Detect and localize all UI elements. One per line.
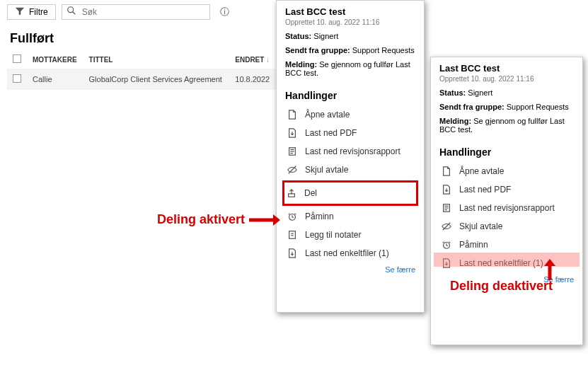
note-icon	[287, 230, 298, 240]
arrow-up-icon	[543, 259, 557, 280]
actions-header: Handlinger	[439, 146, 574, 158]
filter-button[interactable]: Filtre	[7, 4, 56, 20]
action-download-pdf[interactable]: Last ned PDF	[285, 124, 415, 142]
cell-title: GlobalCorp Client Services Agreement	[83, 69, 230, 90]
select-all-checkbox[interactable]	[13, 54, 21, 63]
see-fewer-link[interactable]: Se færre	[285, 265, 415, 274]
action-hide-agreement[interactable]: Skjul avtale	[439, 217, 574, 236]
document-icon	[441, 166, 452, 176]
report-icon	[287, 146, 298, 156]
row-checkbox[interactable]	[13, 74, 21, 83]
svg-line-1	[72, 12, 75, 15]
svg-point-0	[67, 7, 73, 13]
agreement-title: Last BCC test	[439, 63, 574, 74]
eye-off-icon	[287, 165, 298, 175]
action-remind[interactable]: Påminn	[439, 236, 574, 254]
action-download-audit[interactable]: Last ned revisjonsrapport	[439, 199, 574, 217]
cell-modified: 10.8.2022	[229, 69, 276, 90]
table-row[interactable]: Callie GlobalCorp Client Services Agreem…	[7, 69, 276, 90]
search-box[interactable]	[62, 4, 210, 20]
document-icon	[287, 110, 298, 120]
actions-header: Handlinger	[285, 90, 415, 101]
action-add-notes[interactable]: Legg til notater	[285, 226, 415, 244]
action-download-audit[interactable]: Last ned revisjonsrapport	[285, 142, 415, 161]
created-date: Opprettet 10. aug. 2022 11:16	[439, 75, 574, 83]
action-open-agreement[interactable]: Åpne avtale	[285, 105, 415, 124]
action-open-agreement[interactable]: Åpne avtale	[439, 162, 574, 180]
svg-rect-9	[289, 231, 296, 239]
cell-recipients: Callie	[27, 69, 83, 90]
message-line: Melding: Se gjennom og fullfør Last BCC …	[439, 117, 574, 134]
svg-marker-21	[544, 259, 555, 266]
eye-off-icon	[441, 221, 452, 231]
filter-label: Filtre	[29, 7, 48, 17]
message-line: Melding: Se gjennom og fullfør Last BCC …	[285, 60, 415, 77]
action-download-pdf[interactable]: Last ned PDF	[439, 180, 574, 199]
created-date: Opprettet 10. aug. 2022 11:16	[285, 18, 415, 26]
details-panel-share-enabled: Last BCC test Opprettet 10. aug. 2022 11…	[276, 0, 425, 313]
clock-icon	[287, 212, 298, 221]
agreements-table: MOTTAKERE TITTEL ENDRET ↓ Callie GlobalC…	[7, 50, 276, 90]
sort-desc-icon: ↓	[266, 56, 270, 64]
col-recipients[interactable]: MOTTAKERE	[27, 50, 83, 69]
arrow-right-icon	[249, 213, 280, 227]
col-title[interactable]: TITTEL	[83, 50, 230, 69]
action-remind[interactable]: Påminn	[285, 207, 415, 226]
files-icon	[287, 248, 298, 258]
action-download-individual[interactable]: Last ned enkeltfiler (1)	[285, 244, 415, 262]
group-line: Sendt fra gruppe: Support Requests	[439, 103, 574, 111]
status-line: Status: Signert	[285, 32, 415, 40]
svg-marker-19	[273, 214, 280, 226]
group-line: Sendt fra gruppe: Support Requests	[285, 46, 415, 54]
action-share[interactable]: Del	[284, 184, 416, 202]
download-icon	[287, 128, 298, 138]
table-header-row: MOTTAKERE TITTEL ENDRET ↓	[7, 50, 276, 69]
action-hide-agreement[interactable]: Skjul avtale	[285, 161, 415, 179]
missing-share-highlight	[434, 253, 580, 267]
col-modified[interactable]: ENDRET ↓	[229, 50, 276, 69]
funnel-icon	[15, 6, 25, 18]
info-icon[interactable]: ⓘ	[220, 6, 229, 18]
search-input[interactable]	[81, 6, 205, 18]
clock-icon	[441, 240, 452, 250]
callout-sharing-enabled: Deling aktivert	[157, 212, 280, 227]
share-highlight-box: Del	[282, 180, 418, 206]
search-icon	[67, 6, 76, 18]
share-icon	[286, 188, 297, 198]
callout-sharing-disabled: Deling deaktivert	[450, 279, 553, 294]
download-icon	[441, 185, 452, 195]
details-panel-share-disabled: Last BCC test Opprettet 10. aug. 2022 11…	[430, 57, 583, 345]
report-icon	[441, 203, 452, 213]
status-line: Status: Signert	[439, 88, 574, 97]
agreement-title: Last BCC test	[285, 6, 415, 17]
